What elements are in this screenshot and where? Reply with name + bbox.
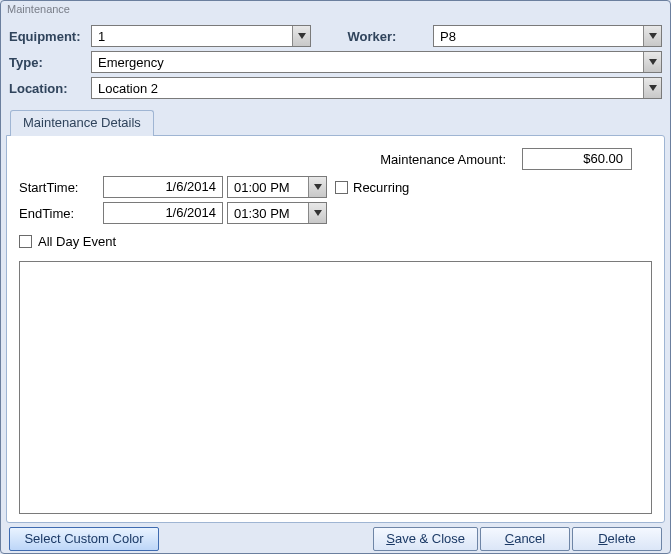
location-value: Location 2 (92, 81, 643, 96)
equipment-label: Equipment: (9, 29, 85, 44)
header-area: Equipment: 1 Worker: P8 Type: Emergency … (1, 21, 670, 109)
end-time-dropdown[interactable]: 01:30 PM (227, 202, 327, 224)
recurring-group: Recurring (331, 180, 409, 195)
amount-row: Maintenance Amount: $60.00 (19, 148, 652, 170)
maintenance-dialog: Maintenance Equipment: 1 Worker: P8 Type… (0, 0, 671, 554)
start-date-input[interactable]: 1/6/2014 (103, 176, 223, 198)
type-label: Type: (9, 55, 85, 70)
chevron-down-icon[interactable] (643, 78, 661, 98)
chevron-down-icon[interactable] (643, 52, 661, 72)
delete-button[interactable]: Delete (572, 527, 662, 551)
start-time-dropdown[interactable]: 01:00 PM (227, 176, 327, 198)
tab-container: Maintenance Details Maintenance Amount: … (6, 109, 665, 523)
worker-value: P8 (434, 29, 643, 44)
type-dropdown[interactable]: Emergency (91, 51, 662, 73)
mnemonic-letter: S (386, 531, 395, 546)
window-title: Maintenance (1, 1, 670, 21)
all-day-group: All Day Event (19, 234, 652, 249)
recurring-checkbox[interactable] (335, 181, 348, 194)
end-time-value: 01:30 PM (228, 206, 308, 221)
tab-panel: Maintenance Amount: $60.00 StartTime: 1/… (6, 135, 665, 523)
recurring-label: Recurring (353, 180, 409, 195)
save-and-close-button[interactable]: Save & Close (373, 527, 478, 551)
chevron-down-icon[interactable] (308, 177, 326, 197)
time-grid: StartTime: 1/6/2014 01:00 PM Recurring E… (19, 176, 652, 224)
mnemonic-letter: C (505, 531, 514, 546)
type-value: Emergency (92, 55, 643, 70)
start-time-label: StartTime: (19, 180, 99, 195)
all-day-label: All Day Event (38, 234, 116, 249)
worker-label: Worker: (317, 29, 427, 44)
chevron-down-icon[interactable] (643, 26, 661, 46)
worker-dropdown[interactable]: P8 (433, 25, 662, 47)
button-bar: Select Custom Color Save & Close Cancel … (1, 525, 670, 553)
location-label: Location: (9, 81, 85, 96)
equipment-dropdown[interactable]: 1 (91, 25, 311, 47)
tab-maintenance-details[interactable]: Maintenance Details (10, 110, 154, 136)
location-dropdown[interactable]: Location 2 (91, 77, 662, 99)
end-time-label: EndTime: (19, 206, 99, 221)
select-custom-color-button[interactable]: Select Custom Color (9, 527, 159, 551)
mnemonic-letter: D (598, 531, 607, 546)
start-time-value: 01:00 PM (228, 180, 308, 195)
end-date-input[interactable]: 1/6/2014 (103, 202, 223, 224)
maintenance-amount-label: Maintenance Amount: (380, 152, 506, 167)
chevron-down-icon[interactable] (308, 203, 326, 223)
cancel-button[interactable]: Cancel (480, 527, 570, 551)
tab-strip: Maintenance Details (6, 109, 665, 135)
equipment-value: 1 (92, 29, 292, 44)
all-day-checkbox[interactable] (19, 235, 32, 248)
notes-textarea[interactable] (19, 261, 652, 514)
maintenance-amount-input[interactable]: $60.00 (522, 148, 632, 170)
chevron-down-icon[interactable] (292, 26, 310, 46)
